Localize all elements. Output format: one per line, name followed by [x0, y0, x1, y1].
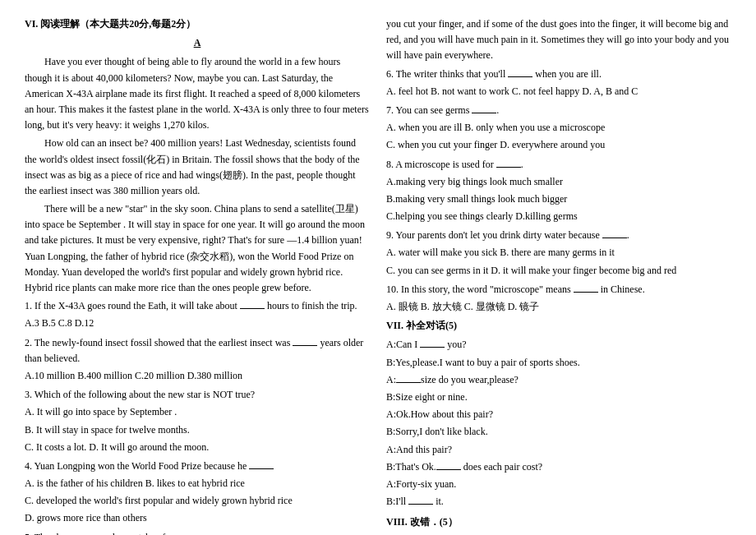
dialog-4: B:Size eight or nine. [386, 390, 731, 405]
question-a2: 2. The newly-found insect fossil showed … [25, 335, 370, 385]
q2-text: 2. The newly-found insect fossil showed … [25, 335, 370, 367]
dialog-2: B:Yes,please.I want to buy a pair of spo… [386, 355, 731, 371]
q7-text: 7. You can see germs . [386, 103, 731, 118]
q2-options: A.10 million B.400 million C.20 million … [25, 368, 370, 384]
dialog-5: A:Ok.How about this pair? [386, 407, 731, 422]
q10-text: 10. In this story, the word "microscope"… [386, 282, 731, 297]
section8: VIII. 改错．(5） 1. Tom's father has gone to… [386, 514, 731, 535]
q1-text: 1. If the X-43A goes round the Eath, it … [25, 298, 370, 314]
dialog-7: A:And this pair? [386, 442, 731, 458]
q4-opt-d: D. grows more rice than others [25, 510, 370, 526]
q8-opt-a: A.making very big things look much small… [386, 174, 731, 190]
question-b9: 9. Your parents don't let you drink dirt… [386, 228, 731, 279]
page-container: VI. 阅读理解（本大题共20分,每题2分） A Have you ever t… [25, 16, 731, 535]
q5-text: 5. The above paragraphs are taken from . [25, 530, 370, 535]
right-column: you cut your finger, and if some of the … [386, 16, 731, 535]
dialog-8: B:That's Ok. does each pair cost? [386, 459, 731, 475]
q9-opt-ab: A. water will make you sick B. there are… [386, 245, 731, 261]
passage-a-p3: There will be a new "star" in the sky so… [25, 201, 370, 296]
question-a1: 1. If the X-43A goes round the Eath, it … [25, 298, 370, 331]
passage-a-label: A [25, 35, 370, 51]
q3-text: 3. Which of the following about the new … [25, 387, 370, 403]
section7-title: VII. 补全对话(5) [386, 318, 731, 334]
q6-text: 6. The writer thinks that you'll when yo… [386, 67, 731, 82]
question-a3: 3. Which of the following about the new … [25, 387, 370, 455]
dialog-1: A:Can I you? [386, 337, 731, 353]
left-column: VI. 阅读理解（本大题共20分,每题2分） A Have you ever t… [25, 16, 370, 535]
question-a5: 5. The above paragraphs are taken from .… [25, 530, 370, 535]
dialog-9: A:Forty-six yuan. [386, 477, 731, 492]
q9-opt-cd: C. you can see germs in it D. it will ma… [386, 263, 731, 279]
question-a4: 4. Yuan Longping won the World Food Priz… [25, 459, 370, 527]
question-b8: 8. A microscope is used for . A.making v… [386, 157, 731, 225]
section6-title: VI. 阅读理解（本大题共20分,每题2分） [25, 16, 370, 32]
question-b7: 7. You can see germs . A. when you are i… [386, 103, 731, 154]
passage-b-cont: you cut your finger, and if some of the … [386, 16, 731, 64]
q10-options: A. 眼镜 B. 放大镜 C. 显微镜 D. 镜子 [386, 299, 731, 315]
passage-a-p1: Have you ever thought of being able to f… [25, 54, 370, 133]
q3-opt-a: A. It will go into space by September . [25, 404, 370, 420]
q3-opt-cd: C. It costs a lot. D. It will go around … [25, 440, 370, 455]
question-b10: 10. In this story, the word "microscope"… [386, 282, 731, 315]
q7-opt-cd: C. when you cut your finger D. everywher… [386, 137, 731, 153]
dialog-10: B:I'll it. [386, 494, 731, 510]
q7-opt-ab: A. when you are ill B. only when you use… [386, 120, 731, 136]
dialog-3: A:size do you wear,please? [386, 372, 731, 388]
q4-opt-c: C. developed the world's first popular a… [25, 493, 370, 509]
passage-a-p2: How old can an insect be? 400 million ye… [25, 136, 370, 199]
q9-text: 9. Your parents don't let you drink dirt… [386, 228, 731, 243]
q8-opt-cd: C.helping you see things clearly D.killi… [386, 209, 731, 224]
question-b6: 6. The writer thinks that you'll when yo… [386, 67, 731, 99]
q1-options: A.3 B.5 C.8 D.12 [25, 316, 370, 331]
q6-options: A. feel hot B. not want to work C. not f… [386, 84, 731, 99]
q3-opt-b: B. It will stay in space for twelve mont… [25, 422, 370, 438]
section8-title: VIII. 改错．(5） [386, 514, 731, 530]
q8-opt-b: B.making very small things look much big… [386, 191, 731, 207]
q4-text: 4. Yuan Longping won the World Food Priz… [25, 459, 370, 474]
dialog-6: B:Sorry,I don't like black. [386, 424, 731, 440]
q8-text: 8. A microscope is used for . [386, 157, 731, 173]
q4-opt-ab: A. is the father of his children B. like… [25, 476, 370, 491]
